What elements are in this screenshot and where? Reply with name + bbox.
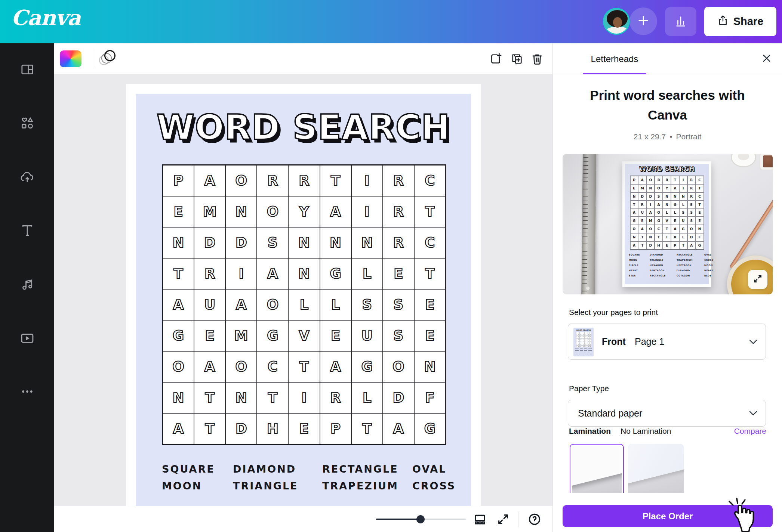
insights-button[interactable] bbox=[665, 7, 696, 36]
grid-cell: E bbox=[194, 320, 225, 351]
grid-cell: A bbox=[646, 209, 655, 217]
grid-cell: S bbox=[687, 217, 696, 225]
grid-cell: I bbox=[288, 382, 320, 413]
sidebar-item-text[interactable] bbox=[0, 216, 54, 246]
grid-cell: R bbox=[257, 165, 288, 196]
product-preview-image[interactable]: WORD SEARCH PAORRTIRCEMNOYAIRTNDDSNNNRCT… bbox=[563, 154, 773, 294]
elements-icon bbox=[20, 116, 35, 132]
uploads-cloud-icon bbox=[19, 169, 35, 186]
word-list-item: PENTAGON bbox=[650, 269, 677, 272]
sidebar-item-audio[interactable] bbox=[0, 270, 54, 300]
grid-cell: A bbox=[630, 241, 638, 250]
grid-cell: N bbox=[646, 233, 655, 241]
design-page[interactable]: WORD SEARCH PAORRTIRCEMNOYAIRTNDDSNNNRCT… bbox=[126, 84, 481, 506]
word-list-item: HEPTAGON bbox=[677, 264, 704, 266]
object-panel bbox=[0, 43, 54, 532]
sidebar-item-more[interactable] bbox=[0, 377, 54, 407]
word-list-item: SQUARE bbox=[162, 463, 233, 475]
canva-logo[interactable]: Canva bbox=[11, 5, 80, 30]
lamination-option-gloss[interactable] bbox=[628, 444, 684, 500]
lamination-option-none[interactable] bbox=[570, 444, 624, 500]
grid-cell: I bbox=[351, 165, 383, 196]
sidebar-item-elements[interactable] bbox=[0, 109, 54, 139]
zoom-slider-knob[interactable] bbox=[416, 515, 425, 523]
grid-cell: T bbox=[671, 176, 679, 184]
grid-cell: N bbox=[679, 192, 687, 201]
video-play-icon bbox=[19, 330, 35, 347]
grid-cell: O bbox=[225, 165, 257, 196]
grid-cell: C bbox=[655, 225, 663, 233]
pages-page-value: Page 1 bbox=[635, 336, 664, 347]
word-list-item: CROSS bbox=[704, 259, 714, 261]
grid-cell: A bbox=[225, 289, 257, 320]
share-button[interactable]: Share bbox=[704, 7, 776, 36]
upload-icon bbox=[717, 15, 729, 28]
canvas-toolbar bbox=[54, 43, 552, 74]
sidebar-item-video[interactable] bbox=[0, 324, 54, 354]
grid-cell: H bbox=[257, 413, 288, 444]
grid-cell: N bbox=[663, 192, 671, 201]
grid-cell: N bbox=[288, 227, 320, 258]
grid-cell: O bbox=[630, 225, 638, 233]
grid-cell: S bbox=[383, 289, 414, 320]
panel-headline: Print word searches with Canva bbox=[553, 85, 782, 125]
avatar[interactable] bbox=[603, 8, 630, 35]
bottom-bar-divider bbox=[518, 511, 518, 527]
grid-cell: R bbox=[655, 176, 663, 184]
word-list-item: DIAMOND bbox=[677, 269, 704, 272]
grid-cell: E bbox=[383, 258, 414, 289]
pages-select[interactable]: WORD SEARCH Front Page 1 bbox=[568, 324, 766, 360]
paper-type-select[interactable]: Standard paper bbox=[568, 400, 766, 427]
color-picker-swatch[interactable] bbox=[60, 50, 81, 67]
grid-cell: E bbox=[663, 241, 671, 250]
grid-cell: T bbox=[630, 201, 638, 209]
compare-link[interactable]: Compare bbox=[734, 427, 766, 436]
grid-cell: E bbox=[414, 289, 446, 320]
grid-cell: U bbox=[638, 209, 646, 217]
fullscreen-icon[interactable] bbox=[496, 513, 510, 526]
preview-page: WORD SEARCH PAORRTIRCEMNOYAIRTNDDSNNNRCT… bbox=[622, 161, 711, 287]
size-separator: • bbox=[669, 132, 672, 141]
grid-cell: S bbox=[679, 209, 687, 217]
tab-active-underline bbox=[583, 73, 646, 74]
grid-cell: O bbox=[163, 351, 194, 382]
print-panel: Letterheads Print word searches with Can… bbox=[552, 43, 782, 532]
grid-cell: M bbox=[194, 196, 225, 227]
word-list-item: DIAMOND bbox=[233, 463, 322, 475]
help-icon[interactable] bbox=[528, 513, 541, 526]
grid-cell: R bbox=[638, 201, 646, 209]
grid-cell: A bbox=[638, 176, 646, 184]
chevron-down-icon bbox=[749, 411, 757, 416]
duplicate-page-icon[interactable] bbox=[510, 52, 524, 66]
grid-cell: G bbox=[671, 201, 679, 209]
preview-puzzle-title: WORD SEARCH bbox=[622, 165, 711, 173]
grid-cell: F bbox=[414, 382, 446, 413]
grid-cell: S bbox=[655, 192, 663, 201]
grid-cell: G bbox=[351, 351, 383, 382]
grid-cell: T bbox=[163, 258, 194, 289]
expand-preview-button[interactable] bbox=[748, 270, 767, 289]
grid-cell: N bbox=[225, 196, 257, 227]
pages-view-icon[interactable] bbox=[473, 513, 487, 526]
delete-page-icon[interactable] bbox=[530, 52, 544, 66]
grid-cell: O bbox=[655, 209, 663, 217]
tab-letterheads[interactable]: Letterheads bbox=[583, 43, 646, 74]
panel-size-info: 21 x 29.7 • Portrait bbox=[553, 132, 782, 141]
transparency-circles-icon[interactable] bbox=[98, 49, 118, 69]
close-panel-button[interactable] bbox=[761, 53, 772, 65]
grid-cell: T bbox=[663, 225, 671, 233]
word-list-item: SQUARE bbox=[629, 253, 650, 256]
grid-cell: E bbox=[638, 217, 646, 225]
grid-cell: A bbox=[671, 225, 679, 233]
sidebar-item-templates[interactable] bbox=[0, 55, 54, 85]
grid-cell: N bbox=[225, 382, 257, 413]
add-page-icon[interactable] bbox=[489, 52, 503, 66]
grid-cell: M bbox=[646, 217, 655, 225]
grid-cell: R bbox=[383, 165, 414, 196]
sidebar-item-uploads[interactable] bbox=[0, 163, 54, 193]
pen-prop bbox=[729, 194, 773, 269]
lamination-label: Lamination bbox=[569, 427, 611, 436]
grid-cell: R bbox=[671, 233, 679, 241]
add-member-button[interactable] bbox=[629, 7, 657, 35]
grid-cell: I bbox=[225, 258, 257, 289]
